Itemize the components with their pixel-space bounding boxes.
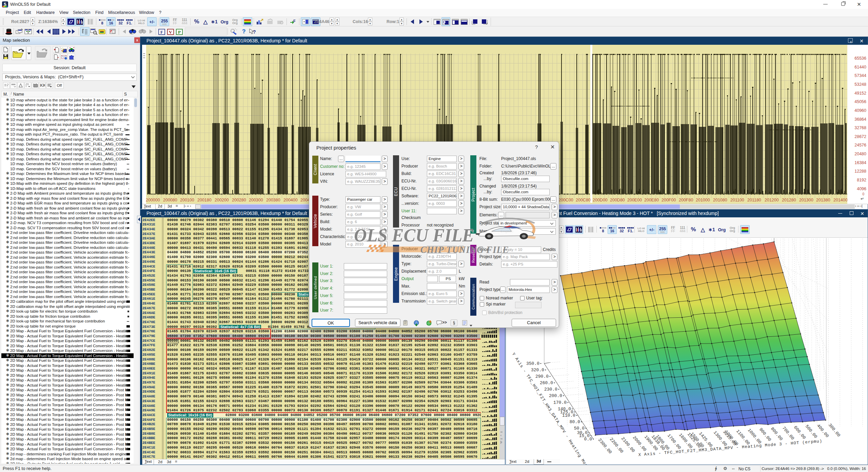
svg-text:320.0: 320.0 <box>531 368 544 373</box>
svg-text:0.0: 0.0 <box>584 437 592 442</box>
svg-text:KK: KK <box>40 83 45 88</box>
svg-text:HEL..: HEL.. <box>130 33 134 35</box>
svg-text:200.0: 200.0 <box>549 393 562 398</box>
svg-text:170.0: 170.0 <box>553 400 567 405</box>
svg-text:F: F <box>160 29 163 35</box>
svg-text:80.0: 80.0 <box>570 419 580 425</box>
svg-text:260.0: 260.0 <box>540 380 553 386</box>
svg-text:P: P <box>178 29 181 35</box>
svg-text:290.0: 290.0 <box>535 374 549 379</box>
svg-text:F: F <box>293 19 296 23</box>
svg-text:230.0: 230.0 <box>544 387 557 392</box>
svg-text:?: ? <box>253 29 256 35</box>
svg-text:V: V <box>169 29 172 35</box>
svg-text:350.0: 350.0 <box>526 361 539 366</box>
svg-text:110.0: 110.0 <box>562 413 575 418</box>
